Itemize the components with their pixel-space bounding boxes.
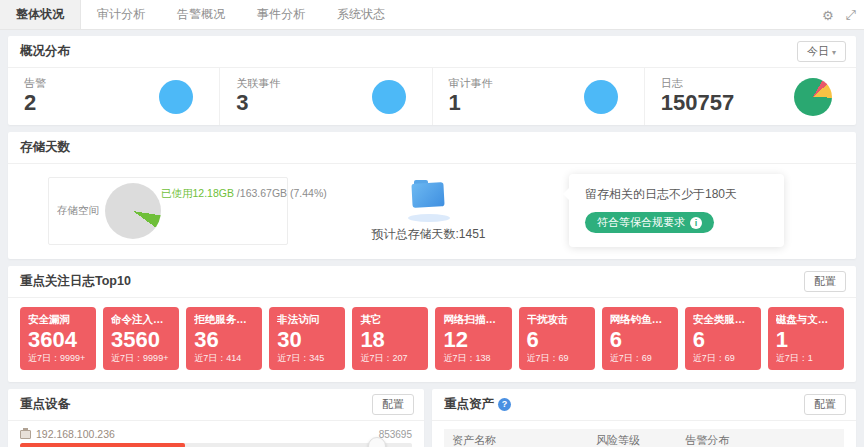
- tab-event-analysis[interactable]: 事件分析: [241, 0, 321, 29]
- log-card-disk-file[interactable]: 磁盘与文件系... 1 近7日：1: [768, 307, 844, 370]
- caret-down-icon: ▾: [832, 48, 836, 57]
- tab-alert-overview[interactable]: 告警概况: [161, 0, 241, 29]
- logs-pie-chart: [794, 78, 832, 116]
- storage-body: 存储空间 已使用12.18GB /163.67GB (7.44%) 预计总存储天…: [8, 164, 856, 259]
- stat-audit-events[interactable]: 审计事件 1: [433, 68, 645, 125]
- tab-audit-analysis[interactable]: 审计分析: [81, 0, 161, 29]
- fullscreen-icon[interactable]: ⤢: [846, 7, 856, 23]
- log-card-phishing[interactable]: 网络钓鱼攻击 6 近7日：69: [602, 307, 678, 370]
- log-recent-label: 近7日：: [527, 353, 559, 363]
- storage-days-block: 预计总存储天数:1451: [288, 178, 569, 243]
- overview-title-text: 概况分布: [20, 44, 70, 58]
- col-risk-level: 风险等级: [596, 433, 685, 447]
- devices-config-button[interactable]: 配置: [372, 394, 414, 415]
- storage-section-title: 存储天数: [8, 132, 856, 164]
- stat-correlated-events[interactable]: 关联事件 3: [220, 68, 432, 125]
- top-logs-section-title: 重点关注日志Top10 配置: [8, 266, 856, 298]
- compliance-note-text: 留存相关的日志不少于180天: [585, 186, 768, 203]
- log-recent-label: 近7日：: [194, 353, 226, 363]
- log-recent-label: 近7日：: [443, 353, 475, 363]
- log-recent-label: 近7日：: [277, 353, 309, 363]
- log-recent-label: 近7日：: [111, 353, 143, 363]
- date-range-dropdown[interactable]: 今日 ▾: [797, 41, 846, 62]
- gear-icon[interactable]: ⚙: [822, 8, 834, 23]
- overview-stats-row: 告警 2 关联事件 3 审计事件 1 日志 150757: [8, 68, 856, 125]
- top-logs-cards: 安全漏洞 3604 近7日：9999+ 命令注入攻击 3560 近7日：9999…: [8, 298, 856, 382]
- device-row[interactable]: 192.168.100.236 853695: [20, 428, 412, 447]
- log-recent-value: 69: [559, 353, 569, 363]
- log-recent-value: 69: [725, 353, 735, 363]
- log-recent-value: 414: [226, 353, 241, 363]
- info-icon: i: [690, 217, 702, 229]
- top-logs-title-text: 重点关注日志Top10: [20, 274, 131, 288]
- log-card-title: 安全类服务攻击: [693, 313, 753, 327]
- log-card-security-vuln[interactable]: 安全漏洞 3604 近7日：9999+: [20, 307, 96, 370]
- log-recent-value: 1: [808, 353, 813, 363]
- correlated-events-circle-chart: [372, 80, 406, 114]
- log-card-value: 6: [527, 327, 587, 352]
- compliance-badge[interactable]: 符合等保合规要求 i: [585, 212, 714, 233]
- key-devices-section: 重点设备 配置 192.168.100.236 853695 192.168.1…: [8, 389, 424, 447]
- log-card-title: 安全漏洞: [28, 313, 88, 327]
- storage-pie-chart: [105, 183, 161, 239]
- log-recent-label: 近7日：: [610, 353, 642, 363]
- col-asset-name: 资产名称: [452, 433, 596, 447]
- overview-section: 概况分布 今日 ▾ 告警 2 关联事件 3 审计事件 1: [8, 36, 856, 125]
- folder-icon: [402, 178, 456, 222]
- help-icon[interactable]: ?: [498, 398, 511, 411]
- log-card-cmd-injection[interactable]: 命令注入攻击 3560 近7日：9999+: [103, 307, 179, 370]
- log-card-value: 6: [610, 327, 670, 352]
- log-card-value: 3604: [28, 327, 88, 352]
- alerts-circle-chart: [159, 80, 193, 114]
- compliance-badge-label: 符合等保合规要求: [597, 215, 685, 230]
- overview-section-title: 概况分布 今日 ▾: [8, 36, 856, 68]
- stat-alerts[interactable]: 告警 2: [8, 68, 220, 125]
- storage-usage-text: 已使用12.18GB /163.67GB (7.44%): [161, 187, 327, 201]
- log-recent-label: 近7日：: [28, 353, 60, 363]
- top-logs-config-button[interactable]: 配置: [804, 271, 846, 292]
- device-bar-track: [20, 443, 412, 447]
- log-card-interference[interactable]: 干扰攻击 6 近7日：69: [519, 307, 595, 370]
- log-card-value: 18: [360, 327, 420, 352]
- log-recent-value: 9999+: [143, 353, 168, 363]
- col-alarm-distribution: 告警分布: [685, 433, 836, 447]
- log-card-value: 36: [194, 327, 254, 352]
- key-assets-title-text: 重点资产: [444, 397, 494, 411]
- log-recent-value: 138: [475, 353, 490, 363]
- log-recent-label: 近7日：: [776, 353, 808, 363]
- device-ip: 192.168.100.236: [36, 428, 115, 440]
- log-card-value: 30: [277, 327, 337, 352]
- log-card-title: 网络扫描探测: [443, 313, 503, 327]
- key-devices-title: 重点设备 配置: [8, 389, 424, 421]
- log-recent-label: 近7日：: [360, 353, 392, 363]
- storage-title-text: 存储天数: [20, 140, 70, 154]
- device-icon: [20, 430, 31, 439]
- log-card-security-service[interactable]: 安全类服务攻击 6 近7日：69: [685, 307, 761, 370]
- storage-section: 存储天数 存储空间 已使用12.18GB /163.67GB (7.44%) 预…: [8, 132, 856, 259]
- tab-system-status[interactable]: 系统状态: [321, 0, 401, 29]
- log-card-title: 非法访问: [277, 313, 337, 327]
- top-logs-section: 重点关注日志Top10 配置 安全漏洞 3604 近7日：9999+ 命令注入攻…: [8, 266, 856, 382]
- log-card-illegal-access[interactable]: 非法访问 30 近7日：345: [269, 307, 345, 370]
- log-card-value: 6: [693, 327, 753, 352]
- stat-logs[interactable]: 日志 150757: [645, 68, 856, 125]
- log-card-title: 命令注入攻击: [111, 313, 171, 327]
- log-card-network-scan[interactable]: 网络扫描探测 12 近7日：138: [435, 307, 511, 370]
- log-recent-value: 207: [392, 353, 407, 363]
- log-card-dos[interactable]: 拒绝服务攻击 36 近7日：414: [186, 307, 262, 370]
- log-card-value: 1: [776, 327, 836, 352]
- log-card-other[interactable]: 其它 18 近7日：207: [352, 307, 428, 370]
- assets-table: 资产名称 风险等级 告警分布 WindowsServer2016 高 0 2 0…: [444, 429, 844, 447]
- date-range-value: 今日: [807, 45, 829, 57]
- log-card-value: 3560: [111, 327, 171, 352]
- key-assets-title: 重点资产? 配置: [432, 389, 856, 421]
- storage-space-box: 存储空间 已使用12.18GB /163.67GB (7.44%): [48, 177, 288, 245]
- top-navigation: 整体状况 审计分析 告警概况 事件分析 系统状态 ⚙ ⤢: [0, 0, 864, 30]
- log-card-title: 干扰攻击: [527, 313, 587, 327]
- tab-overall-status[interactable]: 整体状况: [0, 0, 81, 29]
- log-recent-label: 近7日：: [693, 353, 725, 363]
- assets-config-button[interactable]: 配置: [804, 394, 846, 415]
- storage-used-text: 已使用12.18GB: [161, 187, 234, 199]
- device-bar-fill: [20, 443, 185, 447]
- storage-days-text: 预计总存储天数:1451: [371, 226, 485, 243]
